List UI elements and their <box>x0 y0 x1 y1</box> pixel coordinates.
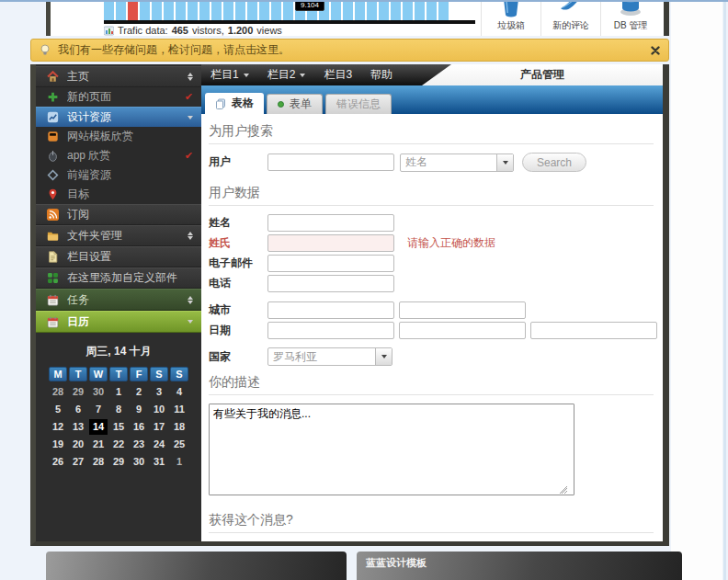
traffic-bar <box>259 0 269 20</box>
calendar-day[interactable]: 19 <box>49 437 67 452</box>
calendar-day[interactable]: 27 <box>69 454 87 470</box>
calendar-day[interactable]: 17 <box>150 419 168 435</box>
sidebar-item-calendar[interactable]: 日历 <box>36 311 201 333</box>
database-icon <box>620 0 642 17</box>
search-button[interactable]: Search <box>522 153 586 172</box>
country-select[interactable]: 罗马利亚 <box>267 347 392 366</box>
calendar-day[interactable]: 11 <box>170 402 188 417</box>
sidebar-item-folder-management[interactable]: 文件夹管理 <box>36 225 201 246</box>
section-title-description: 你的描述 <box>209 369 654 395</box>
traffic-bar <box>343 0 353 20</box>
phone-input[interactable] <box>267 275 394 292</box>
date-input-month[interactable] <box>399 322 526 339</box>
calendar-day[interactable]: 7 <box>89 402 108 417</box>
calendar-title: 周三, 14 十月 <box>41 344 196 359</box>
calendar-day[interactable]: 28 <box>49 384 67 400</box>
calendar-day[interactable]: 24 <box>150 437 168 452</box>
shortcut-comments[interactable]: 新的评论 <box>540 0 600 36</box>
calendar-day[interactable]: 23 <box>130 437 148 452</box>
tab-form[interactable]: 表单 <box>267 94 323 114</box>
calendar-day[interactable]: 29 <box>69 384 87 400</box>
calendar-day[interactable]: 21 <box>89 437 108 452</box>
sidebar-item-label: 网站模板欣赏 <box>67 129 133 144</box>
sidebar-item-column-settings[interactable]: 栏目设置 <box>36 246 201 267</box>
calendar-day[interactable]: 18 <box>170 419 188 435</box>
sidebar-item-design-resources[interactable]: 设计资源 <box>36 107 201 127</box>
folder-icon <box>47 230 59 242</box>
nav-item-column2[interactable]: 栏目2 <box>258 64 315 85</box>
sidebar-item-add-widget[interactable]: 在这里添加自定义部件 <box>36 267 201 289</box>
resize-grip-icon[interactable] <box>559 485 567 494</box>
sidebar-item-label: 在这里添加自定义部件 <box>67 270 177 286</box>
calendar-day-header: S <box>150 367 168 381</box>
calendar-day[interactable]: 20 <box>69 437 87 452</box>
close-icon <box>651 46 660 55</box>
calendar-icon <box>47 316 59 328</box>
calendar-day-header: W <box>89 367 108 381</box>
first-name-row: 姓名 <box>209 214 654 232</box>
sidebar-item-goals[interactable]: 目标 <box>36 185 201 204</box>
last-name-input[interactable] <box>267 234 394 252</box>
nav-item-column1[interactable]: 栏目1 <box>201 64 258 85</box>
calendar-day-selected[interactable]: 14 <box>89 419 108 435</box>
calendar-day[interactable]: 29 <box>109 454 128 470</box>
tab-label: 错误信息 <box>336 97 381 112</box>
calendar-day[interactable]: 10 <box>150 402 168 417</box>
alert-close-button[interactable] <box>651 46 660 55</box>
traffic-bar <box>116 0 126 20</box>
sidebar-item-home[interactable]: 主页 <box>36 66 201 87</box>
tab-table[interactable]: 表格 <box>205 93 264 114</box>
check-icon: ✔ <box>185 150 193 162</box>
sidebar-item-subscribe[interactable]: 订阅 <box>36 204 201 225</box>
calendar-day[interactable]: 28 <box>89 454 108 470</box>
calendar-day[interactable]: 1 <box>170 454 188 470</box>
calendar-day[interactable]: 16 <box>130 419 148 435</box>
sidebar-item-app-showcase[interactable]: app 欣赏 ✔ <box>36 146 201 165</box>
email-input[interactable] <box>267 255 394 272</box>
caption-visitors: 465 <box>172 25 188 36</box>
city-input-2[interactable] <box>399 301 526 319</box>
calendar-day[interactable]: 1 <box>109 384 128 400</box>
calendar-day[interactable]: 22 <box>109 437 128 452</box>
sidebar-item-web-templates[interactable]: 网站模板欣赏 <box>36 127 201 146</box>
date-input-year[interactable] <box>530 322 657 339</box>
calendar-day[interactable]: 26 <box>49 454 67 470</box>
date-input-day[interactable] <box>267 322 394 339</box>
phone-label: 电话 <box>209 276 267 291</box>
calendar-day[interactable]: 25 <box>170 437 188 452</box>
description-textarea[interactable]: 有些关于我的消息... <box>209 404 574 495</box>
calendar-day[interactable]: 2 <box>130 384 148 400</box>
city-input-1[interactable] <box>267 301 394 319</box>
calendar-day[interactable]: 13 <box>69 419 87 435</box>
calendar-day[interactable]: 30 <box>89 384 108 400</box>
comments-icon <box>559 0 583 16</box>
storage-alert[interactable]: 我们有一些存储问题，检讨问题，请点击这里。 <box>30 39 669 62</box>
nav-item-column3[interactable]: 栏目3 <box>314 64 361 85</box>
calendar-day[interactable]: 4 <box>170 384 188 400</box>
calendar-day[interactable]: 5 <box>49 402 67 417</box>
search-field-select[interactable]: 姓名 <box>400 154 514 172</box>
calendar-day[interactable]: 12 <box>49 419 67 435</box>
sidebar-item-new-page[interactable]: 新的页面 ✔ <box>36 87 201 107</box>
caret-down-icon <box>188 320 193 324</box>
traffic-bar-red <box>128 0 138 20</box>
calendar-day[interactable]: 6 <box>69 402 87 417</box>
shortcut-db[interactable]: DB 管理 <box>600 0 660 36</box>
sidebar-item-frontend-resources[interactable]: 前端资源 <box>36 165 201 185</box>
shortcut-trash[interactable]: 垃圾箱 <box>481 0 540 36</box>
phone-row: 电话 <box>209 275 654 292</box>
calendar-day[interactable]: 31 <box>150 454 168 470</box>
first-name-input[interactable] <box>267 214 394 232</box>
user-search-input[interactable] <box>267 154 394 171</box>
calendar-day[interactable]: 3 <box>150 384 168 400</box>
calendar-day[interactable]: 9 <box>130 402 148 417</box>
tab-error-info[interactable]: 错误信息 <box>325 94 392 114</box>
sidebar-item-label: 订阅 <box>67 207 89 222</box>
calendar-day[interactable]: 15 <box>109 419 128 435</box>
nav-item-help[interactable]: 帮助 <box>361 64 402 85</box>
calendar-day[interactable]: 8 <box>109 402 128 417</box>
select-value: 姓名 <box>401 154 496 170</box>
calendar-day[interactable]: 30 <box>130 454 148 470</box>
traffic-bar <box>164 0 174 20</box>
sidebar-item-tasks[interactable]: 任务 <box>36 289 201 311</box>
